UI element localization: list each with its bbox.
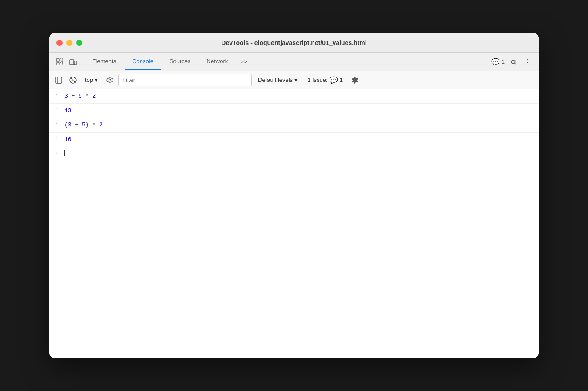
live-expressions-button[interactable] [104, 74, 116, 86]
maximize-button[interactable] [76, 40, 82, 46]
clear-console-button[interactable] [67, 74, 79, 86]
title-bar: DevTools - eloquentjavascript.net/01_val… [49, 33, 539, 53]
input-arrow-3: › [55, 121, 62, 126]
minimize-button[interactable] [66, 40, 72, 46]
output-arrow-4: ‹ [55, 136, 62, 141]
console-input-line[interactable]: › [49, 147, 539, 159]
console-entry-4[interactable]: ‹ 16 [49, 133, 539, 147]
devtools-settings-button[interactable] [508, 57, 518, 67]
levels-dropdown-arrow: ▾ [294, 77, 298, 83]
context-dropdown-arrow: ▾ [95, 77, 98, 83]
tab-sources[interactable]: Sources [162, 53, 198, 70]
device-toolbar-icon[interactable] [68, 57, 78, 67]
issues-count-badge: 1 Issue: 💬 1 [304, 75, 346, 86]
close-button[interactable] [56, 40, 63, 46]
input-prompt-arrow: › [55, 151, 62, 156]
svg-point-11 [109, 79, 111, 81]
svg-rect-2 [60, 59, 63, 61]
context-label: top [85, 77, 93, 83]
levels-label: Default levels [258, 77, 293, 83]
inspect-element-icon[interactable] [55, 57, 64, 67]
output-arrow-2: ‹ [55, 107, 62, 112]
tab-bar: Elements Console Sources Network >> 💬 1 … [49, 53, 539, 71]
more-options-button[interactable]: ⋮ [522, 55, 533, 69]
console-entry-2[interactable]: ‹ 13 [49, 104, 539, 118]
result-num: 13 [64, 107, 72, 114]
console-toolbar: top ▾ Default levels ▾ 1 Issue: 💬 1 [49, 71, 539, 89]
svg-rect-6 [56, 77, 62, 83]
tab-bar-right: 💬 1 ⋮ [491, 55, 533, 69]
entry-content-2: 13 [64, 106, 533, 115]
num: 3 [64, 93, 68, 99]
context-selector[interactable]: top ▾ [81, 75, 101, 85]
console-settings-button[interactable] [349, 74, 361, 86]
svg-rect-1 [56, 62, 59, 65]
console-entry-3[interactable]: › (3 + 5) * 2 [49, 118, 539, 133]
issues-message-icon: 💬 [330, 76, 338, 84]
svg-line-9 [71, 77, 76, 82]
window-title: DevTools - eloquentjavascript.net/01_val… [221, 39, 366, 46]
svg-rect-0 [56, 59, 59, 61]
console-entry-1[interactable]: › 3 + 5 * 2 [49, 89, 539, 104]
log-levels-button[interactable]: Default levels ▾ [254, 75, 301, 85]
sidebar-toggle-button[interactable] [53, 74, 64, 86]
entry-content-1: 3 + 5 * 2 [64, 92, 533, 101]
tab-elements[interactable]: Elements [85, 53, 123, 70]
issues-count: 1 [340, 77, 343, 83]
tab-bar-icons [55, 57, 78, 67]
entry-content-3: (3 + 5) * 2 [64, 121, 533, 130]
message-icon: 💬 [491, 58, 500, 66]
issues-badge-button[interactable]: 💬 1 [491, 58, 505, 66]
tab-more-button[interactable]: >> [237, 54, 250, 69]
tab-network[interactable]: Network [200, 53, 235, 70]
result-num-2: 16 [64, 136, 72, 143]
svg-rect-3 [60, 62, 63, 65]
console-output: › 3 + 5 * 2 ‹ 13 › (3 + 5) * 2 ‹ 16 [49, 89, 539, 358]
input-arrow-1: › [55, 92, 62, 98]
entry-content-4: 16 [64, 135, 533, 144]
svg-point-10 [107, 78, 113, 82]
issues-prefix: 1 Issue: [307, 77, 328, 83]
filter-input[interactable] [118, 74, 252, 86]
cursor [64, 150, 65, 156]
tab-console[interactable]: Console [125, 53, 161, 70]
svg-rect-4 [70, 60, 74, 65]
traffic-lights [56, 40, 82, 46]
svg-rect-5 [74, 61, 76, 65]
devtools-window: DevTools - eloquentjavascript.net/01_val… [49, 33, 539, 358]
